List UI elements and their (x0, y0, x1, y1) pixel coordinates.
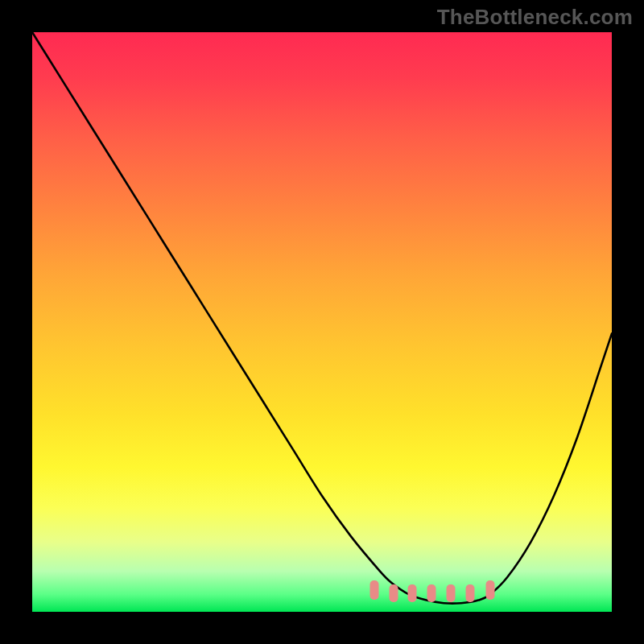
optimal-marker (485, 580, 494, 600)
attribution-label: TheBottleneck.com (437, 5, 633, 30)
optimal-marker (465, 584, 474, 602)
optimal-marker (389, 584, 398, 602)
chart-container: TheBottleneck.com (0, 0, 644, 644)
plot-area (32, 32, 612, 612)
curve-svg (32, 32, 612, 612)
bottleneck-curve (32, 32, 612, 604)
optimal-marker (369, 580, 378, 600)
optimal-marker (427, 584, 436, 602)
optimal-marker (408, 584, 417, 602)
optimal-marker (446, 584, 455, 602)
